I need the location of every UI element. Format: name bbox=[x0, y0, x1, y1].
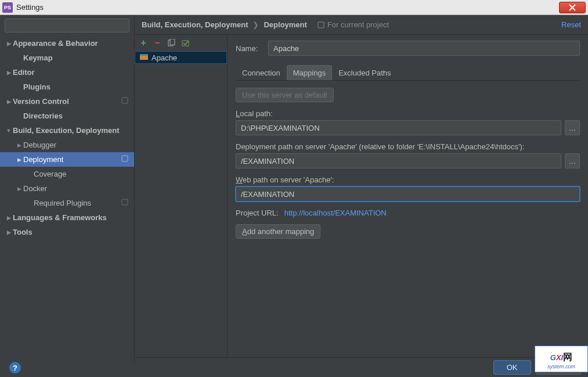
window-close-button[interactable] bbox=[559, 2, 586, 13]
sidebar-item-build-execution-deployment[interactable]: ▼Build, Execution, Deployment bbox=[0, 123, 134, 138]
add-another-mapping-button[interactable]: Add another mapping bbox=[236, 224, 320, 239]
sidebar-item-version-control[interactable]: ▶Version Control bbox=[0, 94, 134, 109]
help-button[interactable]: ? bbox=[9, 362, 21, 374]
tab-connection[interactable]: Connection bbox=[236, 65, 287, 80]
svg-rect-5 bbox=[170, 39, 175, 45]
window-title: Settings bbox=[16, 3, 44, 12]
browse-local-path-button[interactable]: … bbox=[565, 120, 580, 135]
settings-sidebar: 🔍 ▾ ▶Appearance & Behavior Keymap ▶Edito… bbox=[0, 15, 135, 364]
sidebar-item-keymap[interactable]: Keymap bbox=[0, 51, 134, 65]
name-label: Name: bbox=[236, 44, 268, 53]
deployment-details: Name: Connection Mappings Excluded Paths… bbox=[228, 35, 588, 364]
settings-tree: ▶Appearance & Behavior Keymap ▶Editor Pl… bbox=[0, 36, 134, 239]
ok-button[interactable]: OK bbox=[493, 360, 531, 375]
web-path-label: Web path on server 'Apache': bbox=[236, 175, 580, 184]
server-item-label: Apache bbox=[151, 53, 177, 62]
sidebar-item-coverage[interactable]: Coverage bbox=[0, 167, 134, 181]
detail-tabs: Connection Mappings Excluded Paths bbox=[236, 65, 580, 81]
scope-label: For current project bbox=[318, 20, 389, 29]
sidebar-item-languages-frameworks[interactable]: ▶Languages & Frameworks bbox=[0, 210, 134, 225]
sidebar-item-editor[interactable]: ▶Editor bbox=[0, 65, 134, 80]
use-as-default-button[interactable]: Use this server as default bbox=[236, 88, 334, 102]
copy-server-button[interactable] bbox=[166, 38, 176, 48]
breadcrumb: Build, Execution, Deployment ❯ Deploymen… bbox=[135, 15, 588, 35]
tab-excluded-paths[interactable]: Excluded Paths bbox=[332, 65, 397, 80]
svg-rect-7 bbox=[140, 55, 148, 60]
web-path-input[interactable] bbox=[236, 186, 580, 202]
svg-rect-1 bbox=[122, 156, 128, 161]
remove-server-button[interactable]: − bbox=[152, 38, 163, 48]
svg-rect-3 bbox=[318, 22, 324, 28]
browse-deployment-path-button[interactable]: … bbox=[565, 153, 580, 168]
sidebar-item-tools[interactable]: ▶Tools bbox=[0, 225, 134, 239]
reset-link[interactable]: Reset bbox=[561, 20, 581, 29]
project-url-label: Project URL: bbox=[236, 209, 279, 217]
deployment-path-input[interactable] bbox=[236, 153, 561, 168]
svg-rect-8 bbox=[140, 54, 148, 56]
project-scope-icon bbox=[318, 21, 324, 28]
sidebar-item-directories[interactable]: Directories bbox=[0, 109, 134, 123]
deployment-path-label: Deployment path on server 'Apache' (rela… bbox=[236, 142, 580, 151]
titlebar: PS Settings bbox=[0, 0, 588, 15]
dialog-footer: ? OK Cancel bbox=[135, 357, 588, 377]
tab-mappings[interactable]: Mappings bbox=[287, 65, 332, 80]
sidebar-item-docker[interactable]: ▶Docker bbox=[0, 181, 134, 196]
add-server-button[interactable]: + bbox=[138, 38, 149, 48]
search-input[interactable] bbox=[5, 19, 129, 33]
breadcrumb-root[interactable]: Build, Execution, Deployment bbox=[142, 20, 248, 29]
project-scope-icon bbox=[121, 155, 128, 164]
chevron-right-icon: ❯ bbox=[252, 20, 259, 29]
project-scope-icon bbox=[121, 97, 128, 106]
local-path-label: Local path: bbox=[236, 109, 580, 118]
set-default-icon[interactable] bbox=[180, 38, 190, 48]
project-url-link[interactable]: http://localhost/EXAMINATION bbox=[284, 209, 387, 217]
server-list-panel: + − Apache bbox=[135, 35, 228, 364]
app-icon: PS bbox=[2, 2, 13, 13]
project-scope-icon bbox=[121, 199, 128, 207]
sidebar-item-appearance-behavior[interactable]: ▶Appearance & Behavior bbox=[0, 36, 134, 51]
server-icon bbox=[140, 54, 148, 61]
sidebar-item-deployment[interactable]: ▶Deployment bbox=[0, 152, 134, 167]
sidebar-item-debugger[interactable]: ▶Debugger bbox=[0, 138, 134, 152]
sidebar-item-required-plugins[interactable]: Required Plugins bbox=[0, 196, 134, 210]
server-name-input[interactable] bbox=[268, 41, 580, 56]
breadcrumb-leaf: Deployment bbox=[264, 20, 306, 29]
server-item-apache[interactable]: Apache bbox=[135, 51, 227, 64]
svg-rect-2 bbox=[122, 199, 128, 205]
sidebar-item-plugins[interactable]: Plugins bbox=[0, 80, 134, 94]
local-path-input[interactable] bbox=[236, 120, 561, 135]
svg-rect-0 bbox=[122, 98, 128, 103]
watermark: GXI网 system.com bbox=[535, 346, 588, 372]
